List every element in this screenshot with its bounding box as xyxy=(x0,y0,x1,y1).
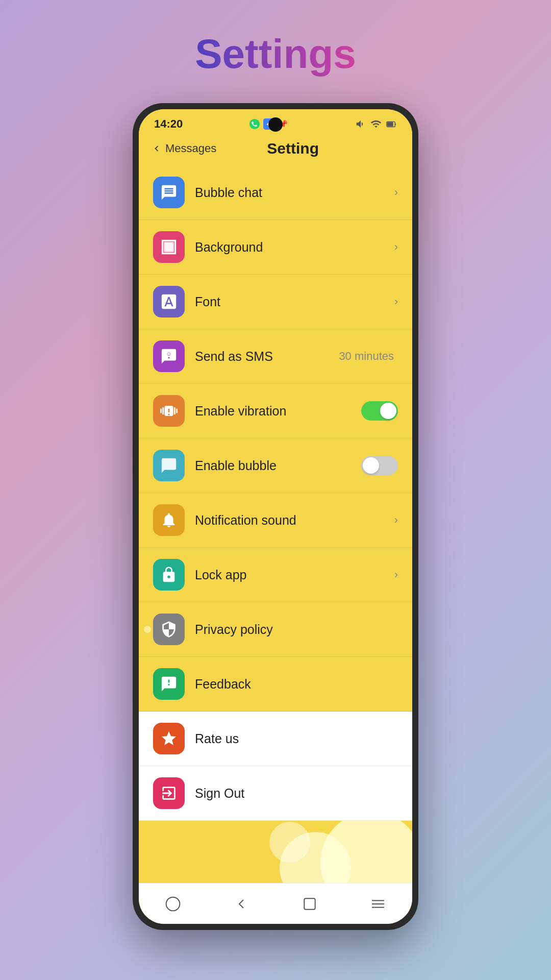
back-icon xyxy=(151,143,162,154)
nav-square-icon[interactable] xyxy=(300,895,319,913)
svg-point-0 xyxy=(249,119,260,129)
settings-list: Bubble chat › Background › Font › xyxy=(139,165,412,883)
battery-icon xyxy=(386,118,397,130)
notification-sound-label: Notification sound xyxy=(195,513,384,528)
setting-item-notification-sound[interactable]: Notification sound › xyxy=(139,493,412,548)
send-as-sms-value: 30 minutes xyxy=(339,350,394,363)
lock-app-icon xyxy=(153,559,185,591)
status-icons xyxy=(355,118,397,130)
phone-screen: 14:20 ✦ 📌 Messages Setting xyxy=(139,109,412,924)
privacy-policy-label: Privacy policy xyxy=(195,622,398,637)
setting-item-sign-out[interactable]: Sign Out xyxy=(139,766,412,821)
enable-bubble-label: Enable bubble xyxy=(195,458,351,473)
feedback-label: Feedback xyxy=(195,677,398,692)
svg-rect-5 xyxy=(387,122,393,126)
send-as-sms-label: Send as SMS xyxy=(195,349,329,364)
nav-back-icon[interactable] xyxy=(232,895,251,913)
enable-bubble-icon xyxy=(153,450,185,481)
sms-icon: ☺ xyxy=(153,340,185,372)
setting-item-privacy-policy[interactable]: Privacy policy xyxy=(139,602,412,657)
vibration-toggle-knob xyxy=(380,403,396,419)
page-title: Settings xyxy=(195,31,356,78)
setting-item-rate-us[interactable]: Rate us xyxy=(139,712,412,766)
back-label: Messages xyxy=(165,142,216,155)
vibration-toggle[interactable] xyxy=(361,401,398,421)
background-label: Background xyxy=(195,240,384,255)
notification-sound-icon xyxy=(153,504,185,536)
setting-item-feedback[interactable]: Feedback xyxy=(139,657,412,712)
rate-us-label: Rate us xyxy=(195,731,398,746)
nav-title: Setting xyxy=(216,140,369,157)
back-button[interactable]: Messages xyxy=(151,142,216,155)
enable-vibration-label: Enable vibration xyxy=(195,404,351,419)
nav-header: Messages Setting xyxy=(139,135,412,165)
rate-us-icon xyxy=(153,723,185,754)
background-chevron: › xyxy=(394,240,398,254)
font-chevron: › xyxy=(394,295,398,308)
setting-item-enable-vibration[interactable]: Enable vibration xyxy=(139,384,412,438)
nav-home-icon[interactable] xyxy=(164,895,182,913)
camera-notch xyxy=(268,117,283,132)
mute-icon xyxy=(355,118,366,130)
status-time: 14:20 xyxy=(154,117,183,131)
phone-frame: 14:20 ✦ 📌 Messages Setting xyxy=(133,103,418,930)
sign-out-icon xyxy=(153,777,185,809)
setting-item-font[interactable]: Font › xyxy=(139,275,412,329)
svg-point-11 xyxy=(166,897,180,911)
vibration-icon xyxy=(153,395,185,427)
font-label: Font xyxy=(195,295,384,309)
whatsapp-icon xyxy=(249,118,260,130)
svg-rect-12 xyxy=(304,898,315,909)
setting-item-enable-bubble[interactable]: Enable bubble xyxy=(139,438,412,493)
bubble-chat-icon xyxy=(153,177,185,208)
svg-text:☺: ☺ xyxy=(166,351,172,357)
notification-sound-chevron: › xyxy=(394,513,398,527)
font-icon xyxy=(153,286,185,317)
feedback-icon xyxy=(153,668,185,700)
cloud-small xyxy=(269,822,310,863)
lock-app-label: Lock app xyxy=(195,568,384,582)
wifi-icon xyxy=(370,118,382,130)
bubble-chat-chevron: › xyxy=(394,186,398,199)
setting-item-lock-app[interactable]: Lock app › xyxy=(139,548,412,602)
svg-rect-8 xyxy=(165,243,173,252)
nav-menu-icon[interactable] xyxy=(369,895,387,913)
bubble-chat-label: Bubble chat xyxy=(195,185,384,200)
background-icon xyxy=(153,231,185,263)
bottom-nav xyxy=(139,883,412,924)
lock-app-chevron: › xyxy=(394,568,398,581)
privacy-policy-icon xyxy=(153,614,185,645)
bubble-toggle[interactable] xyxy=(361,456,398,475)
bubble-toggle-knob xyxy=(363,457,379,474)
setting-item-background[interactable]: Background › xyxy=(139,220,412,275)
sign-out-label: Sign Out xyxy=(195,786,398,801)
setting-item-bubble-chat[interactable]: Bubble chat › xyxy=(139,165,412,220)
setting-item-send-as-sms[interactable]: ☺ Send as SMS 30 minutes xyxy=(139,329,412,384)
